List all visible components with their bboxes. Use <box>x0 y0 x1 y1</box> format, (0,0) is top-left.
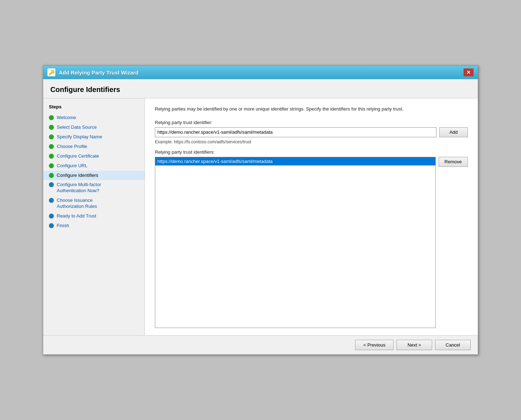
step-dot-select-data-source <box>49 125 54 130</box>
step-dot-configure-url <box>49 163 54 168</box>
sidebar-item-choose-issuance[interactable]: Choose IssuanceAuthorization Rules <box>43 196 145 211</box>
sidebar-item-finish[interactable]: Finish <box>43 221 145 231</box>
titlebar-left: 🔑 Add Relying Party Trust Wizard <box>47 68 138 76</box>
step-dot-configure-multifactor <box>49 182 54 187</box>
sidebar-item-configure-identifiers[interactable]: Configure Identifiers <box>43 171 145 180</box>
sidebar: Steps Welcome Select Data Source Specify… <box>43 98 145 335</box>
sidebar-label-select-data-source: Select Data Source <box>57 124 97 130</box>
step-dot-finish <box>49 223 54 228</box>
sidebar-label-configure-certificate: Configure Certificate <box>57 153 99 159</box>
steps-label: Steps <box>43 104 145 113</box>
previous-button[interactable]: < Previous <box>355 340 394 350</box>
sidebar-item-choose-profile[interactable]: Choose Profile <box>43 142 145 152</box>
sidebar-label-choose-profile: Choose Profile <box>57 144 87 150</box>
list-item[interactable]: https://demo.rancher.space/v1-saml/adfs/… <box>155 157 435 165</box>
sidebar-label-configure-url: Configure URL <box>57 163 87 169</box>
remove-button[interactable]: Remove <box>439 157 468 167</box>
sidebar-item-configure-url[interactable]: Configure URL <box>43 161 145 171</box>
sidebar-label-ready-to-add: Ready to Add Trust <box>57 213 96 219</box>
step-dot-configure-certificate <box>49 154 54 159</box>
page-title: Configure Identifiers <box>43 79 478 98</box>
window-title: Add Relying Party Trust Wizard <box>59 70 138 76</box>
step-dot-configure-identifiers <box>49 173 54 178</box>
window-icon: 🔑 <box>47 68 55 76</box>
sidebar-label-finish: Finish <box>57 223 69 229</box>
main-content: Relying parties may be identified by one… <box>145 98 478 335</box>
cancel-button[interactable]: Cancel <box>435 340 471 350</box>
sidebar-item-configure-multifactor[interactable]: Configure Multi-factorAuthentication Now… <box>43 180 145 196</box>
close-button[interactable]: ✕ <box>464 68 474 76</box>
description-text: Relying parties may be identified by one… <box>155 106 468 113</box>
sidebar-label-welcome: Welcome <box>57 115 76 121</box>
identifiers-listbox[interactable]: https://demo.rancher.space/v1-saml/adfs/… <box>155 157 436 328</box>
step-dot-choose-profile <box>49 144 54 149</box>
main-body: Steps Welcome Select Data Source Specify… <box>43 98 478 335</box>
sidebar-item-ready-to-add[interactable]: Ready to Add Trust <box>43 211 145 221</box>
identifier-input[interactable] <box>155 127 436 137</box>
identifiers-list-row: https://demo.rancher.space/v1-saml/adfs/… <box>155 157 468 328</box>
step-dot-specify-display-name <box>49 134 54 139</box>
sidebar-label-configure-identifiers: Configure Identifiers <box>57 173 98 179</box>
add-button[interactable]: Add <box>439 127 468 137</box>
step-dot-welcome <box>49 115 54 120</box>
window-icon-glyph: 🔑 <box>49 70 55 75</box>
identifiers-label: Relying party trust identifiers: <box>155 149 468 155</box>
identifier-label: Relying party trust identifier: <box>155 120 468 125</box>
sidebar-label-specify-display-name: Specify Display Name <box>57 134 102 140</box>
wizard-window: 🔑 Add Relying Party Trust Wizard ✕ Confi… <box>43 65 478 355</box>
step-dot-choose-issuance <box>49 198 54 203</box>
example-text: Example: https://fs.contoso.com/adfs/ser… <box>155 139 468 144</box>
sidebar-item-welcome[interactable]: Welcome <box>43 113 145 123</box>
sidebar-item-configure-certificate[interactable]: Configure Certificate <box>43 152 145 161</box>
next-button[interactable]: Next > <box>396 340 432 350</box>
step-dot-ready-to-add <box>49 214 54 219</box>
titlebar: 🔑 Add Relying Party Trust Wizard ✕ <box>43 66 478 79</box>
footer: < Previous Next > Cancel <box>43 335 478 354</box>
sidebar-label-configure-multifactor: Configure Multi-factorAuthentication Now… <box>57 182 101 194</box>
sidebar-label-choose-issuance: Choose IssuanceAuthorization Rules <box>57 198 97 210</box>
identifier-row: Add <box>155 127 468 137</box>
sidebar-item-specify-display-name[interactable]: Specify Display Name <box>43 132 145 142</box>
sidebar-item-select-data-source[interactable]: Select Data Source <box>43 123 145 132</box>
